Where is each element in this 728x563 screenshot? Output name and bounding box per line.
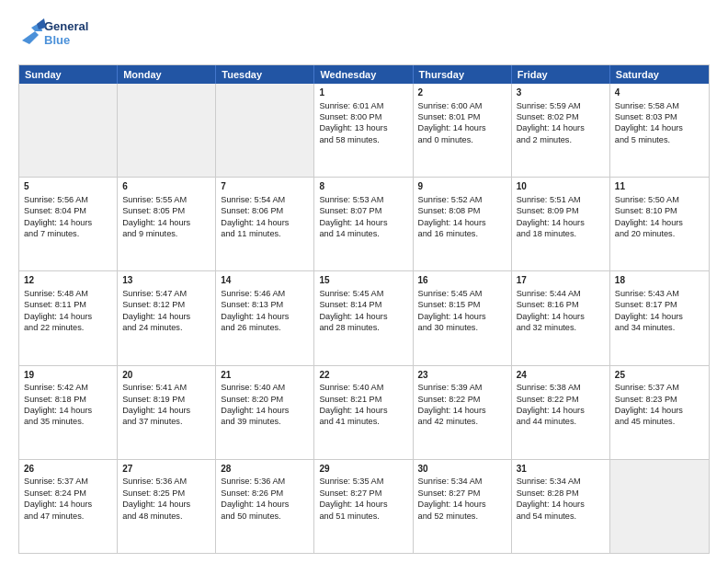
day-info-line: Sunrise: 5:55 AM	[122, 194, 210, 205]
svg-text:General: General	[44, 19, 88, 33]
day-number: 15	[319, 274, 407, 287]
empty-cell-0-1	[118, 84, 216, 177]
day-info-line: Daylight: 14 hours	[319, 311, 407, 322]
day-info-line: Sunset: 8:25 PM	[122, 488, 210, 499]
day-info-line: and 16 minutes.	[418, 228, 506, 239]
calendar-row-0: 1Sunrise: 6:01 AMSunset: 8:00 PMDaylight…	[19, 84, 709, 177]
day-info-line: Sunset: 8:18 PM	[24, 394, 112, 405]
day-info-line: and 24 minutes.	[122, 322, 210, 333]
day-info-line: Sunrise: 5:53 AM	[319, 194, 407, 205]
day-info-line: Sunset: 8:10 PM	[615, 205, 704, 216]
day-info-line: Daylight: 14 hours	[418, 122, 506, 133]
day-info-line: Sunrise: 5:43 AM	[615, 288, 704, 299]
day-number: 21	[221, 369, 309, 382]
day-cell-8: 8Sunrise: 5:53 AMSunset: 8:07 PMDaylight…	[314, 178, 413, 270]
empty-cell-4-6	[610, 460, 709, 553]
day-number: 2	[418, 86, 506, 99]
day-info-line: Sunset: 8:24 PM	[24, 488, 112, 499]
day-number: 23	[418, 369, 506, 382]
day-info-line: and 44 minutes.	[517, 416, 605, 427]
day-number: 7	[221, 180, 309, 193]
day-number: 17	[517, 274, 605, 287]
calendar-row-2: 12Sunrise: 5:48 AMSunset: 8:11 PMDayligh…	[19, 270, 709, 364]
day-info-line: Daylight: 14 hours	[221, 405, 309, 416]
day-cell-16: 16Sunrise: 5:45 AMSunset: 8:15 PMDayligh…	[414, 271, 512, 364]
calendar-body: 1Sunrise: 6:01 AMSunset: 8:00 PMDaylight…	[19, 84, 709, 553]
header-day-tuesday: Tuesday	[216, 65, 314, 84]
empty-cell-0-0	[19, 84, 118, 177]
day-info-line: Sunrise: 5:48 AM	[24, 288, 112, 299]
day-cell-31: 31Sunrise: 5:34 AMSunset: 8:28 PMDayligh…	[512, 460, 610, 553]
day-info-line: Daylight: 14 hours	[418, 311, 506, 322]
day-info-line: Daylight: 14 hours	[517, 122, 605, 133]
day-info-line: and 34 minutes.	[615, 322, 704, 333]
day-info-line: Sunset: 8:06 PM	[221, 205, 309, 216]
day-info-line: Daylight: 14 hours	[517, 499, 605, 510]
day-info-line: Sunset: 8:05 PM	[122, 205, 210, 216]
day-info-line: Sunset: 8:16 PM	[517, 299, 605, 310]
day-info-line: Sunset: 8:07 PM	[319, 205, 407, 216]
day-info-line: Daylight: 14 hours	[615, 122, 704, 133]
day-info-line: and 58 minutes.	[319, 134, 407, 145]
day-info-line: Sunrise: 5:52 AM	[418, 194, 506, 205]
day-number: 25	[615, 369, 704, 382]
day-cell-29: 29Sunrise: 5:35 AMSunset: 8:27 PMDayligh…	[314, 460, 413, 553]
day-info-line: Daylight: 13 hours	[319, 122, 407, 133]
day-info-line: Daylight: 14 hours	[418, 217, 506, 228]
day-info-line: and 26 minutes.	[221, 322, 309, 333]
day-info-line: Sunset: 8:08 PM	[418, 205, 506, 216]
day-info-line: Sunset: 8:13 PM	[221, 299, 309, 310]
day-number: 20	[122, 369, 210, 382]
day-cell-15: 15Sunrise: 5:45 AMSunset: 8:14 PMDayligh…	[314, 271, 413, 364]
day-info-line: Sunset: 8:20 PM	[221, 394, 309, 405]
day-info-line: Sunrise: 5:59 AM	[517, 100, 605, 111]
day-info-line: Sunset: 8:11 PM	[24, 299, 112, 310]
day-number: 12	[24, 274, 112, 287]
day-number: 27	[122, 463, 210, 476]
svg-marker-2	[22, 31, 39, 44]
day-info-line: Sunset: 8:09 PM	[517, 205, 605, 216]
day-info-line: Sunrise: 5:37 AM	[24, 476, 112, 487]
day-info-line: and 14 minutes.	[319, 228, 407, 239]
day-info-line: and 47 minutes.	[24, 511, 112, 522]
day-info-line: Daylight: 14 hours	[319, 217, 407, 228]
day-number: 24	[517, 369, 605, 382]
day-info-line: Sunrise: 5:34 AM	[517, 476, 605, 487]
day-cell-23: 23Sunrise: 5:39 AMSunset: 8:22 PMDayligh…	[414, 366, 512, 459]
day-info-line: Daylight: 14 hours	[24, 217, 112, 228]
day-number: 19	[24, 369, 112, 382]
day-info-line: and 42 minutes.	[418, 416, 506, 427]
header-day-saturday: Saturday	[610, 65, 709, 84]
day-info-line: Sunset: 8:22 PM	[418, 394, 506, 405]
day-cell-22: 22Sunrise: 5:40 AMSunset: 8:21 PMDayligh…	[314, 366, 413, 459]
day-number: 1	[319, 86, 407, 99]
calendar-row-4: 26Sunrise: 5:37 AMSunset: 8:24 PMDayligh…	[19, 459, 709, 553]
day-info-line: Sunrise: 5:40 AM	[221, 382, 309, 393]
header: General Blue	[18, 15, 710, 57]
logo-svg: General Blue	[18, 15, 101, 57]
day-info-line: and 7 minutes.	[24, 228, 112, 239]
day-info-line: Sunrise: 5:35 AM	[319, 476, 407, 487]
day-info-line: Daylight: 14 hours	[122, 405, 210, 416]
day-info-line: Sunset: 8:23 PM	[615, 394, 704, 405]
header-day-friday: Friday	[512, 65, 610, 84]
day-number: 16	[418, 274, 506, 287]
day-number: 5	[24, 180, 112, 193]
logo: General Blue	[18, 15, 101, 57]
calendar: SundayMondayTuesdayWednesdayThursdayFrid…	[18, 64, 710, 554]
day-info-line: Sunrise: 5:56 AM	[24, 194, 112, 205]
page: General Blue SundayMondayTuesdayWednesda…	[0, 0, 728, 563]
day-info-line: and 20 minutes.	[615, 228, 704, 239]
day-info-line: Sunset: 8:21 PM	[319, 394, 407, 405]
day-info-line: Daylight: 14 hours	[517, 311, 605, 322]
day-info-line: Sunset: 8:02 PM	[517, 111, 605, 122]
day-info-line: and 9 minutes.	[122, 228, 210, 239]
day-info-line: Sunrise: 5:37 AM	[615, 382, 704, 393]
day-info-line: Sunset: 8:14 PM	[319, 299, 407, 310]
day-info-line: Sunrise: 5:54 AM	[221, 194, 309, 205]
day-info-line: Sunset: 8:15 PM	[418, 299, 506, 310]
day-info-line: Daylight: 14 hours	[615, 405, 704, 416]
header-day-sunday: Sunday	[19, 65, 118, 84]
day-info-line: Sunrise: 5:45 AM	[418, 288, 506, 299]
day-info-line: Daylight: 14 hours	[122, 311, 210, 322]
